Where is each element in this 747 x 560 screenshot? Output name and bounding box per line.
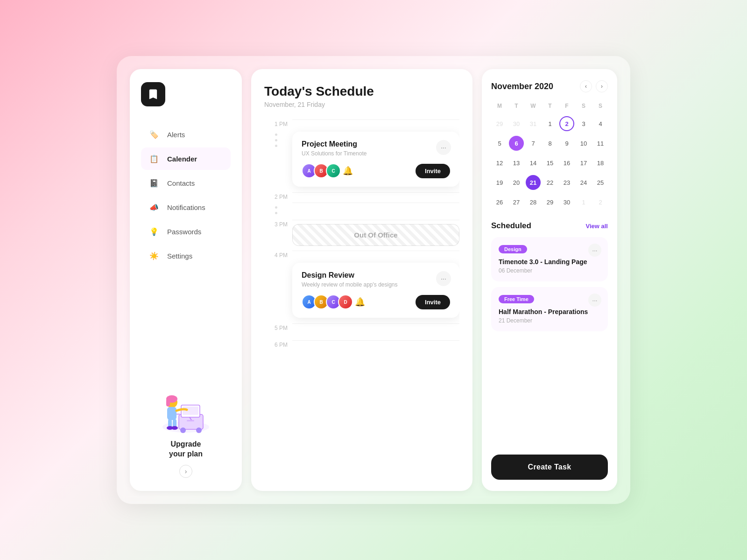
time-block-2pm: 2 PM: [264, 192, 459, 201]
time-label-6pm: 6 PM: [275, 341, 288, 348]
dot: [275, 206, 277, 209]
cal-day[interactable]: 29: [491, 114, 508, 133]
schedule-header: Today's Schedule November, 21 Friday: [264, 84, 459, 108]
sidebar-item-passwords[interactable]: 💡 Passwords: [141, 220, 231, 243]
cal-day-2[interactable]: 2: [558, 114, 575, 133]
cal-day[interactable]: 9: [558, 133, 575, 153]
cal-day[interactable]: 11: [592, 133, 609, 153]
cal-week-5: 26 27 28 29 30 1 2: [491, 192, 609, 212]
time-block-3pm: 3 PM Out Of Office: [264, 220, 459, 251]
cal-header-s1: S: [575, 101, 592, 114]
cal-day[interactable]: 1: [542, 114, 558, 133]
scheduled-card-2-more[interactable]: ···: [588, 294, 601, 307]
event-card-2: ··· Design Review Weekly review of mobil…: [292, 263, 459, 318]
cal-day[interactable]: 13: [508, 153, 525, 173]
sidebar-item-alerts[interactable]: 🏷️ Alerts: [141, 123, 231, 146]
cal-header-w: W: [525, 101, 542, 114]
cal-header-m: M: [491, 101, 508, 114]
cal-day[interactable]: 7: [525, 133, 542, 153]
sidebar-bottom: Upgradeyour plan ›: [153, 383, 218, 478]
event-1-more-button[interactable]: ···: [436, 140, 451, 155]
create-task-button[interactable]: Create Task: [491, 455, 608, 480]
event-2-invite-button[interactable]: Invite: [416, 295, 450, 309]
calendar-prev-button[interactable]: ‹: [580, 80, 592, 92]
cal-day[interactable]: 27: [508, 192, 525, 212]
schedule-subtitle: November, 21 Friday: [264, 101, 459, 108]
scheduled-header: Scheduled View all: [491, 221, 608, 231]
time-block-5pm: 5 PM: [264, 323, 459, 332]
schedule-timeline: 1 PM ··· Project Meeting: [264, 119, 459, 476]
cal-day[interactable]: 17: [575, 153, 592, 173]
cal-header-f: F: [558, 101, 575, 114]
event-1-invite-button[interactable]: Invite: [416, 164, 450, 178]
cal-day[interactable]: 2: [592, 192, 609, 212]
cal-day[interactable]: 30: [508, 114, 525, 133]
sidebar-item-notifications[interactable]: 📣 Notifications: [141, 196, 231, 218]
scheduled-card-2-date: 21 December: [499, 317, 600, 324]
cal-day[interactable]: 16: [558, 153, 575, 173]
cal-day[interactable]: 31: [525, 114, 542, 133]
cal-day[interactable]: 5: [491, 133, 508, 153]
cal-day[interactable]: 29: [542, 192, 558, 212]
cal-day[interactable]: 19: [491, 173, 508, 192]
cal-day[interactable]: 15: [542, 153, 558, 173]
cal-day-21[interactable]: 21: [525, 173, 542, 192]
calendar-next-button[interactable]: ›: [596, 80, 608, 92]
upgrade-illustration: [153, 383, 218, 434]
sidebar-nav: 🏷️ Alerts 📋 Calender 📓 Contacts 📣 Notifi…: [141, 123, 231, 383]
sidebar: 🏷️ Alerts 📋 Calender 📓 Contacts 📣 Notifi…: [130, 69, 242, 491]
calendar-icon: 📋: [148, 152, 161, 165]
scheduled-title: Scheduled: [491, 221, 531, 231]
cal-day[interactable]: 14: [525, 153, 542, 173]
cal-day[interactable]: 30: [558, 192, 575, 212]
app-logo: [141, 82, 165, 106]
time-label-2pm: 2 PM: [275, 193, 288, 200]
event-1-subtitle: UX Solutions for Timenote: [302, 150, 450, 157]
event-2-more-button[interactable]: ···: [436, 271, 451, 286]
time-label-3pm: 3 PM: [275, 221, 288, 228]
scheduled-card-1-tag: Design: [499, 245, 527, 253]
cal-day[interactable]: 18: [592, 153, 609, 173]
settings-icon: ☀️: [148, 249, 161, 262]
cal-day[interactable]: 24: [575, 173, 592, 192]
view-all-button[interactable]: View all: [586, 223, 608, 230]
svg-point-2: [180, 427, 186, 433]
sidebar-item-settings[interactable]: ☀️ Settings: [141, 245, 231, 267]
upgrade-arrow-button[interactable]: ›: [179, 465, 192, 478]
cal-day[interactable]: 23: [558, 173, 575, 192]
app-container: 🏷️ Alerts 📋 Calender 📓 Contacts 📣 Notifi…: [117, 56, 630, 504]
cal-day[interactable]: 20: [508, 173, 525, 192]
calendar-title: November 2020: [491, 82, 553, 91]
cal-day[interactable]: 22: [542, 173, 558, 192]
dot: [275, 212, 277, 214]
cal-week-3: 12 13 14 15 16 17 18: [491, 153, 609, 173]
scheduled-card-1-more[interactable]: ···: [588, 244, 601, 257]
cal-header-s2: S: [592, 101, 609, 114]
upgrade-text: Upgradeyour plan: [169, 440, 203, 459]
event-2-footer: A B C D 🔔 Invite: [302, 294, 450, 309]
cal-day[interactable]: 25: [592, 173, 609, 192]
cal-day[interactable]: 26: [491, 192, 508, 212]
cal-day[interactable]: 28: [525, 192, 542, 212]
cal-day-6[interactable]: 6: [508, 133, 525, 153]
cal-day[interactable]: 1: [575, 192, 592, 212]
calendar-nav: ‹ ›: [580, 80, 608, 92]
passwords-label: Passwords: [167, 228, 201, 236]
event-1-emoji: 🔔: [343, 166, 353, 176]
time-label-1pm: 1 PM: [275, 120, 288, 127]
event-2-section: ··· Design Review Weekly review of mobil…: [264, 259, 459, 323]
cal-day[interactable]: 4: [592, 114, 609, 133]
calendar-label: Calender: [167, 155, 197, 163]
scheduled-card-2-tag: Free Time: [499, 295, 534, 303]
sidebar-item-contacts[interactable]: 📓 Contacts: [141, 172, 231, 194]
event-card-1: ··· Project Meeting UX Solutions for Tim…: [292, 132, 459, 187]
event-1-title: Project Meeting: [302, 140, 450, 148]
cal-day[interactable]: 3: [575, 114, 592, 133]
schedule-title: Today's Schedule: [264, 84, 459, 99]
cal-day[interactable]: 8: [542, 133, 558, 153]
svg-rect-6: [183, 406, 198, 415]
sidebar-item-calendar[interactable]: 📋 Calender: [141, 147, 231, 170]
time-block-4pm: 4 PM: [264, 251, 459, 259]
cal-day[interactable]: 12: [491, 153, 508, 173]
cal-day[interactable]: 10: [575, 133, 592, 153]
